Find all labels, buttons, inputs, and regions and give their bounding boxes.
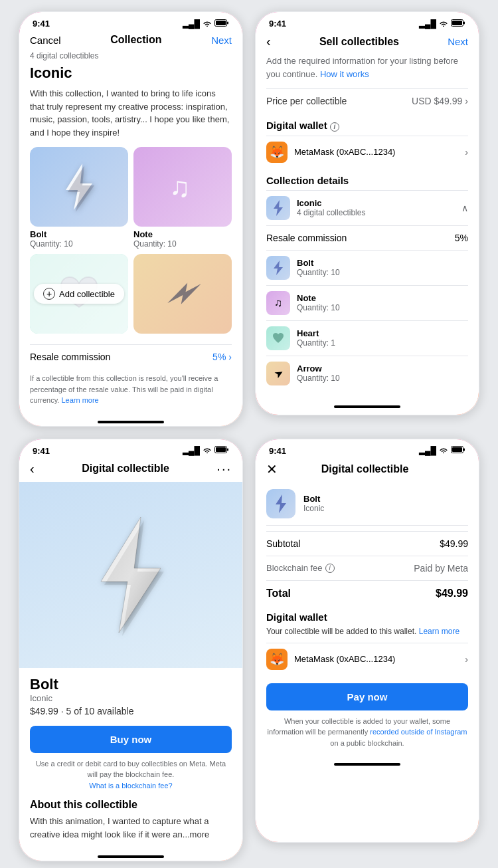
arrow-qty-2: Quantity: 10 <box>297 374 340 383</box>
home-bar-2 <box>334 405 400 408</box>
svg-marker-9 <box>274 200 283 216</box>
iconic-detail-info: Iconic 4 digital collectibles <box>266 196 365 220</box>
home-indicator-3 <box>19 851 242 861</box>
wallet-heading-4: Digital wallet <box>266 611 468 623</box>
add-collectible-button[interactable]: + Add collectible <box>34 284 124 304</box>
iconic-qty: 4 digital collectibles <box>297 208 365 217</box>
about-text-3: With this animation, I wanted to capture… <box>30 815 232 841</box>
wallet-row-2[interactable]: 🦊 MetaMask (0xABC...1234) › <box>266 136 468 168</box>
svg-marker-19 <box>276 494 286 513</box>
signal-icon-3: ▂▄█ <box>183 446 200 455</box>
total-value-4: $49.99 <box>436 588 468 599</box>
collection-title-nav: Collection <box>110 34 161 46</box>
wifi-icon-2 <box>439 19 448 29</box>
more-options-button[interactable]: ··· <box>216 461 232 477</box>
home-bar-4 <box>334 763 400 766</box>
bolt-qty-2: Quantity: 10 <box>297 268 340 277</box>
wallet-subtitle-4: Your collectible will be added to this w… <box>266 625 468 637</box>
svg-rect-1 <box>216 21 226 25</box>
signal-icon: ▂▄█ <box>183 19 200 29</box>
price-table-4: Subtotal $49.99 Blockchain fee i Paid by… <box>266 531 468 606</box>
arrow-label-2: Arrow <box>297 364 340 374</box>
digital-collectible-title-4: Digital collectible <box>321 463 409 475</box>
pay-now-button[interactable]: Pay now <box>266 683 468 710</box>
note-name: Note <box>133 229 232 239</box>
back-button-2[interactable]: ‹ <box>266 34 271 49</box>
svg-marker-4 <box>68 165 94 212</box>
resale-row-2[interactable]: Resale commission 5% <box>266 225 468 250</box>
buy-now-button[interactable]: Buy now <box>30 726 232 753</box>
item-arrow-2[interactable]: ➤ Arrow Quantity: 10 <box>266 356 468 391</box>
item-name-4: Bolt <box>303 494 324 504</box>
collectible-bolt[interactable]: Bolt Quantity: 10 <box>30 147 128 249</box>
metamask-icon-4: 🦊 <box>266 649 288 670</box>
blockchain-info-icon[interactable]: i <box>325 564 335 573</box>
wallet-name-2: MetaMask (0xABC...1234) <box>294 147 395 157</box>
learn-more-link-1[interactable]: Learn more <box>61 396 98 404</box>
collectible-arrow[interactable] <box>133 254 232 336</box>
recorded-link[interactable]: recorded outside of Instagram <box>370 728 467 736</box>
status-bar-4: 9:41 ▂▄█ <box>256 439 479 459</box>
close-button-4[interactable]: ✕ <box>266 461 278 477</box>
chevron-wallet-2: › <box>465 147 468 158</box>
resale-label-2: Resale commission <box>266 233 347 243</box>
note-qty: Quantity: 10 <box>133 239 232 249</box>
status-icons-2: ▂▄█ <box>419 19 465 29</box>
learn-more-link-4[interactable]: Learn more <box>419 627 459 636</box>
back-button-3[interactable]: ‹ <box>30 461 35 477</box>
collection-count: 4 digital collectibles <box>30 51 232 60</box>
about-heading-3: About this collectible <box>30 799 232 811</box>
blockchain-fee-link[interactable]: What is a blockchain fee? <box>89 782 172 790</box>
home-bar-1 <box>98 421 164 423</box>
status-time-4: 9:41 <box>269 446 286 456</box>
wifi-icon-3 <box>203 446 212 455</box>
digital-wallet-section-4: Digital wallet Your collectible will be … <box>266 611 468 675</box>
screen2-frame: 9:41 ▂▄█ ‹ Sell collectibles Next Add th… <box>254 11 480 416</box>
item-collection-4: Iconic <box>303 504 324 513</box>
collection-detail-row-iconic[interactable]: Iconic 4 digital collectibles ∧ <box>266 190 468 225</box>
price-row[interactable]: Price per collectible USD $49.99 › <box>266 88 468 113</box>
next-button-1[interactable]: Next <box>211 35 232 46</box>
bolt-thumbnail <box>30 147 128 227</box>
item-note-2[interactable]: ♫ Note Quantity: 10 <box>266 285 468 320</box>
subtotal-value-4: $49.99 <box>440 538 468 549</box>
heart-label-2: Heart <box>297 328 335 338</box>
bolt-icon-4 <box>266 489 295 518</box>
svg-rect-8 <box>463 21 465 24</box>
collectible-note[interactable]: ♫ Note Quantity: 10 <box>133 147 232 249</box>
next-button-2[interactable]: Next <box>448 36 468 47</box>
resale-value-2: 5% <box>455 233 468 243</box>
item-name-3: Bolt <box>30 676 232 693</box>
wallet-row-4[interactable]: 🦊 MetaMask (0xABC...1234) › <box>266 643 468 675</box>
home-indicator-4 <box>256 759 479 768</box>
item-heart-2[interactable]: Heart Quantity: 1 <box>266 320 468 356</box>
nav-bar-1: Cancel Collection Next <box>19 31 242 51</box>
status-time-1: 9:41 <box>33 19 50 29</box>
screen1-frame: 9:41 ▂▄█ Cancel Collection Next 4 digita… <box>18 11 244 427</box>
wallet-heading-2: Digital wallet i <box>266 113 468 136</box>
chevron-price: › <box>465 96 468 106</box>
cancel-button[interactable]: Cancel <box>30 35 61 46</box>
how-it-works-link[interactable]: How it works <box>320 69 369 79</box>
status-icons-3: ▂▄█ <box>183 446 229 455</box>
arrow-thumbnail <box>133 254 232 334</box>
item-hero-small-4: Bolt Iconic <box>266 483 468 526</box>
bolt-label-2: Bolt <box>297 258 340 268</box>
home-indicator-2 <box>256 401 479 411</box>
screen4-frame: 9:41 ▂▄█ ✕ Digital collectible <box>254 438 480 843</box>
note-thumbnail: ♫ <box>133 147 232 227</box>
screen1-content: 4 digital collectibles Iconic With this … <box>19 51 242 417</box>
wallet-info-icon[interactable]: i <box>330 122 339 132</box>
heart-info-2: Heart Quantity: 1 <box>266 326 335 350</box>
bolt-icon-2 <box>266 256 290 280</box>
resale-value-1: 5% › <box>212 352 232 362</box>
collectible-heart[interactable]: + Add collectible <box>30 254 128 336</box>
status-icons-4: ▂▄█ <box>419 446 465 455</box>
resale-row-1[interactable]: Resale commission 5% › <box>30 344 232 369</box>
blockchain-row-4: Blockchain fee i Paid by Meta <box>266 556 468 580</box>
screen3-frame: 9:41 ▂▄█ ‹ Digital collectible ··· <box>18 438 244 863</box>
note-qty-2: Quantity: 10 <box>297 303 340 312</box>
plus-icon: + <box>43 288 55 300</box>
screen2-content: Add the required information for your li… <box>256 54 479 401</box>
item-bolt-2[interactable]: Bolt Quantity: 10 <box>266 250 468 285</box>
